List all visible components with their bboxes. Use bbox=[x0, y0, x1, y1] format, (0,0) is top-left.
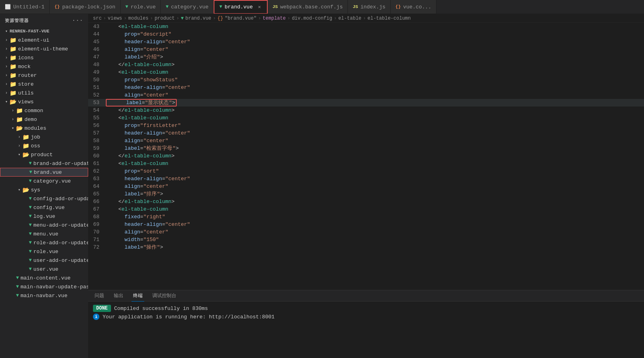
sidebar-item-brand-add-or-update-vue[interactable]: ▼ brand-add-or-update.vue bbox=[0, 159, 88, 168]
bc-curly: {} bbox=[218, 16, 223, 21]
expand-icon bbox=[3, 46, 10, 52]
sidebar-item-config-add-or-update-vue[interactable]: ▼ config-add-or-update.vue bbox=[0, 194, 88, 203]
line-number: 66 bbox=[88, 198, 104, 205]
item-label: store bbox=[18, 81, 34, 87]
item-label: router bbox=[18, 72, 37, 78]
sidebar-item-config-vue[interactable]: ▼ config.vue bbox=[0, 203, 88, 212]
tab-category-vue[interactable]: ▼ category.vue bbox=[161, 0, 214, 14]
sidebar-item-job[interactable]: 📁 job bbox=[0, 133, 88, 141]
sidebar-item-main-content-vue[interactable]: ▼ main-content.vue bbox=[0, 274, 88, 282]
tab-role-vue[interactable]: ▼ role.vue bbox=[121, 0, 161, 14]
item-label: category.vue bbox=[33, 178, 71, 184]
sidebar-item-category-vue[interactable]: ▼ category.vue bbox=[0, 177, 88, 185]
tab-package-lock-json[interactable]: {} package-lock.json bbox=[50, 0, 121, 14]
sidebar-item-oss[interactable]: 📁 oss bbox=[0, 141, 88, 150]
terminal-line-info: i Your application is running here: http… bbox=[93, 314, 639, 320]
tab-label: 输出 bbox=[114, 292, 123, 299]
line-content: align="center" bbox=[104, 46, 644, 53]
sidebar-menu-button[interactable]: ··· bbox=[72, 17, 83, 24]
tab-brand-vue[interactable]: ▼ brand.vue ✕ bbox=[214, 0, 268, 14]
item-label: element-ui bbox=[18, 37, 49, 43]
panel-tab-output[interactable]: 输出 bbox=[112, 290, 125, 302]
line-number: 59 bbox=[88, 145, 104, 152]
sidebar-item-common[interactable]: 📁 common bbox=[0, 106, 88, 115]
code-line-51: 51 header-align="center" bbox=[88, 84, 644, 91]
empty-icon bbox=[22, 248, 29, 255]
line-number: 44 bbox=[88, 30, 104, 38]
tab-webpack-base-conf-js[interactable]: JS webpack.base.conf.js bbox=[268, 0, 348, 14]
bottom-panel: 问题 输出 终端 调试控制台 DONE Compiled successfull… bbox=[88, 290, 644, 358]
sidebar-item-element-ui-theme[interactable]: 📁 element-ui-theme bbox=[0, 44, 88, 53]
folder-icon: 📁 bbox=[10, 37, 16, 44]
sidebar-item-menu-add-or-update-vue[interactable]: ▼ menu-add-or-update.vue bbox=[0, 221, 88, 229]
tab-vue-co[interactable]: {} vue.co... bbox=[391, 0, 436, 14]
sidebar-item-mock[interactable]: 📁 mock bbox=[0, 62, 88, 71]
sidebar-item-user-add-or-update-vue[interactable]: ▼ user-add-or-update.vue bbox=[0, 256, 88, 265]
sidebar-item-router[interactable]: 📁 router bbox=[0, 71, 88, 80]
expand-icon bbox=[16, 151, 22, 158]
done-badge: DONE bbox=[93, 305, 111, 312]
line-content: <el-table-column bbox=[104, 23, 644, 30]
line-number: 68 bbox=[88, 213, 104, 221]
empty-icon bbox=[23, 169, 29, 175]
folder-icon: 📁 bbox=[10, 72, 16, 79]
folder-icon: 📁 bbox=[10, 54, 16, 61]
sidebar-item-sys[interactable]: 📂 sys bbox=[0, 185, 88, 194]
panel-tab-debug[interactable]: 调试控制台 bbox=[151, 290, 178, 302]
panel-tab-problems[interactable]: 问题 bbox=[93, 290, 106, 302]
sidebar-project-root[interactable]: RENREN-FAST-VUE bbox=[0, 27, 88, 36]
line-number: 54 bbox=[88, 107, 104, 114]
sidebar-item-modules[interactable]: 📂 modules bbox=[0, 124, 88, 133]
line-content: label="显示状态"> bbox=[104, 99, 644, 107]
expand-icon bbox=[3, 90, 10, 96]
line-content: prop="sort" bbox=[104, 167, 644, 175]
bc-sep: › bbox=[103, 16, 106, 21]
code-line-52: 52 align="center" bbox=[88, 91, 644, 99]
sidebar-item-main-navbar-update-password-vue[interactable]: ▼ main-navbar-update-password.vue bbox=[0, 282, 88, 291]
line-number: 69 bbox=[88, 221, 104, 228]
sidebar-item-main-navbar-vue[interactable]: ▼ main-navbar.vue bbox=[0, 291, 88, 300]
sidebar-item-role-add-or-update-vue[interactable]: ▼ role-add-or-update.vue bbox=[0, 238, 88, 247]
sidebar-item-views[interactable]: 📂 views bbox=[0, 97, 88, 106]
sidebar-item-store[interactable]: 📁 store bbox=[0, 80, 88, 88]
code-editor[interactable]: 43 <el-table-column 44 prop="descript" 4… bbox=[88, 23, 644, 290]
compile-success-text: Compiled successfully in 830ms bbox=[114, 306, 208, 312]
panel-tab-terminal[interactable]: 终端 bbox=[131, 290, 144, 302]
tab-untitled-1[interactable]: ⬜ Untitled-1 bbox=[0, 0, 50, 14]
folder-icon: 📁 bbox=[16, 116, 23, 123]
sidebar-item-product[interactable]: 📂 product bbox=[0, 150, 88, 159]
sidebar-item-element-ui[interactable]: 📁 element-ui bbox=[0, 36, 88, 44]
code-line-43: 43 <el-table-column bbox=[88, 23, 644, 30]
sidebar-item-utils[interactable]: 📁 utils bbox=[0, 88, 88, 97]
line-content: align="center" bbox=[104, 137, 644, 145]
item-label: icons bbox=[18, 55, 34, 61]
folder-icon: 📁 bbox=[22, 134, 29, 141]
sidebar-item-brand-vue[interactable]: ▼ brand.vue bbox=[0, 168, 88, 177]
tab-index-js[interactable]: JS index.js bbox=[348, 0, 391, 14]
sidebar-item-user-vue[interactable]: ▼ user.vue bbox=[0, 265, 88, 274]
item-label: role-add-or-update.vue bbox=[33, 240, 88, 246]
tab-bar: ⬜ Untitled-1 {} package-lock.json ▼ role… bbox=[0, 0, 644, 14]
tab-label: 调试控制台 bbox=[152, 292, 176, 299]
sidebar-item-icons[interactable]: 📁 icons bbox=[0, 53, 88, 62]
expand-icon bbox=[3, 63, 10, 70]
line-number: 52 bbox=[88, 91, 104, 99]
sidebar-item-demo[interactable]: 📁 demo bbox=[0, 115, 88, 124]
sidebar-item-role-vue[interactable]: ▼ role.vue bbox=[0, 247, 88, 256]
item-label: config.vue bbox=[33, 205, 65, 211]
sidebar-item-log-vue[interactable]: ▼ log.vue bbox=[0, 212, 88, 221]
bc-sep: › bbox=[363, 16, 366, 21]
vue-icon: ▼ bbox=[166, 4, 168, 10]
code-line-57: 57 header-align="center" bbox=[88, 129, 644, 137]
item-label: element-ui-theme bbox=[18, 46, 68, 52]
line-content: width="150" bbox=[104, 236, 644, 243]
line-content: prop="descript" bbox=[104, 30, 644, 38]
line-number: 48 bbox=[88, 61, 104, 68]
sidebar-item-menu-vue[interactable]: ▼ menu.vue bbox=[0, 229, 88, 238]
line-number: 47 bbox=[88, 53, 104, 61]
tab-close-button[interactable]: ✕ bbox=[257, 4, 262, 10]
vue-file-icon: ▼ bbox=[29, 169, 32, 175]
line-number: 70 bbox=[88, 228, 104, 236]
line-number: 71 bbox=[88, 236, 104, 243]
item-label: user.vue bbox=[33, 266, 58, 272]
